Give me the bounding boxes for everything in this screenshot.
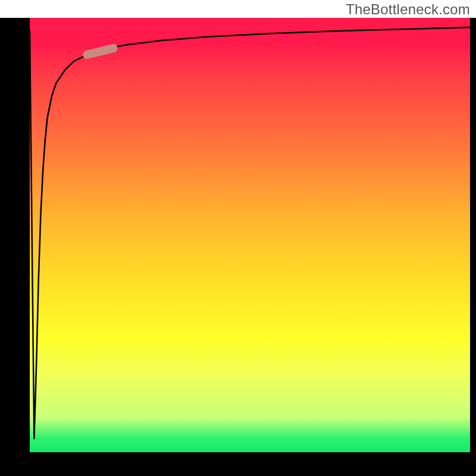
chart-frame: TheBottleneck.com xyxy=(0,0,476,476)
chart-svg xyxy=(30,18,470,452)
x-axis-bar xyxy=(0,452,476,476)
bottleneck-curve-line xyxy=(30,27,470,439)
y-axis-bar xyxy=(0,18,30,452)
right-border-bar xyxy=(470,18,476,452)
attribution-label: TheBottleneck.com xyxy=(346,1,470,18)
curve-highlight-marker xyxy=(87,48,113,55)
